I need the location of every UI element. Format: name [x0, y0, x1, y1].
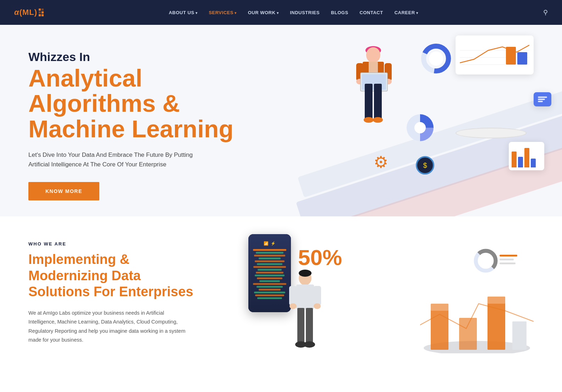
area-chart-svg — [420, 282, 534, 353]
donut-who-section — [473, 248, 498, 275]
bar-chart-mini-card — [509, 142, 544, 170]
coin-icon-float: $ — [416, 156, 434, 175]
nav-link-blogs[interactable]: BLOGS — [331, 10, 348, 15]
svg-point-29 — [480, 255, 491, 266]
svg-point-7 — [429, 51, 443, 66]
nav-link-services[interactable]: SERVICES — [209, 10, 236, 15]
who-title: Implementing & Modernizing Data Solution… — [28, 252, 206, 300]
svg-rect-25 — [538, 99, 545, 100]
svg-rect-4 — [517, 52, 527, 65]
know-more-button[interactable]: KNOW MORE — [28, 182, 99, 200]
nav-item-services[interactable]: SERVICES — [209, 9, 236, 16]
who-description: We at AmIgo Labs optimize your business … — [28, 309, 188, 345]
svg-rect-12 — [356, 63, 363, 81]
nav-item-blogs[interactable]: BLOGS — [331, 9, 348, 16]
svg-point-40 — [304, 341, 315, 348]
donut-svg — [420, 43, 452, 74]
svg-rect-13 — [385, 63, 392, 81]
who-illustration: 📶⚡ — [227, 241, 534, 355]
who-title-line2: Modernizing Data — [28, 268, 141, 283]
nav-link-ourwork[interactable]: OUR WORK — [248, 10, 279, 15]
svg-rect-16 — [360, 73, 387, 91]
donut-chart-hero — [420, 43, 452, 76]
svg-point-5 — [424, 46, 448, 71]
svg-rect-43 — [459, 318, 477, 350]
svg-rect-26 — [538, 101, 543, 102]
who-tag: WHO WE ARE — [28, 241, 206, 247]
svg-rect-32 — [296, 285, 314, 309]
hero-subtitle: Whizzes In — [28, 50, 233, 64]
hero-illustration: ⚙ $ — [296, 25, 562, 216]
chat-bubble — [534, 92, 551, 106]
who-area-chart — [420, 282, 534, 355]
who-section: WHO WE ARE Implementing & Modernizing Da… — [0, 216, 562, 372]
svg-rect-38 — [306, 308, 313, 343]
svg-point-9 — [366, 47, 380, 63]
logo-icon — [39, 9, 44, 16]
bar-4 — [531, 159, 536, 167]
svg-rect-19 — [374, 84, 382, 119]
nav-item-about[interactable]: ABOUT US — [169, 9, 198, 16]
navbar: α (ML) ABOUT US SERVICES OUR WORK INDUST… — [0, 0, 562, 25]
svg-rect-24 — [538, 96, 547, 98]
hero-title: Analytical Algorithms & Machine Learning — [28, 66, 233, 142]
who-title-line3: Solutions For Enterprises — [28, 284, 193, 299]
diagonal-band-3 — [298, 78, 562, 197]
line-chart-svg — [460, 40, 529, 70]
svg-point-8 — [365, 46, 381, 55]
woman-figure — [349, 43, 399, 150]
hero-section: Whizzes In Analytical Algorithms & Machi… — [0, 25, 562, 216]
nav-link-career[interactable]: CAREER — [395, 10, 418, 15]
svg-point-22 — [407, 114, 434, 141]
line-chart-card — [456, 35, 534, 74]
svg-point-20 — [364, 117, 374, 123]
svg-rect-17 — [362, 74, 386, 90]
logo-alpha: α — [14, 8, 20, 17]
hero-title-line2: Algorithms & — [28, 90, 180, 117]
logo[interactable]: α (ML) — [14, 8, 44, 17]
svg-point-23 — [414, 122, 426, 133]
logo-ml: (ML) — [20, 8, 37, 17]
stat-50-label: 50% — [298, 245, 342, 270]
chat-icon — [537, 96, 548, 103]
man-svg — [284, 268, 326, 353]
svg-rect-47 — [487, 297, 505, 304]
woman-svg — [349, 43, 399, 149]
svg-point-21 — [373, 117, 383, 123]
svg-rect-11 — [369, 62, 378, 76]
gear-icon-float: ⚙ — [374, 153, 388, 172]
nav-item-contact[interactable]: CONTACT — [360, 9, 383, 16]
hero-content: Whizzes In Analytical Algorithms & Machi… — [28, 50, 233, 200]
hero-title-line1: Analytical — [28, 65, 142, 92]
bar-1 — [512, 151, 517, 167]
pie-chart-hero — [406, 114, 434, 143]
diagonal-band-1 — [296, 104, 562, 216]
svg-point-31 — [299, 270, 312, 277]
svg-rect-46 — [431, 304, 448, 311]
nav-item-industries[interactable]: INDUSTRIES — [290, 9, 320, 16]
svg-rect-45 — [512, 321, 527, 350]
svg-rect-10 — [363, 62, 384, 85]
who-content: WHO WE ARE Implementing & Modernizing Da… — [28, 241, 206, 344]
svg-point-6 — [424, 46, 448, 71]
search-icon[interactable]: ⚲ — [543, 9, 548, 16]
nav-link-industries[interactable]: INDUSTRIES — [290, 10, 320, 15]
bar-3 — [524, 148, 529, 167]
svg-point-14 — [356, 79, 363, 84]
svg-rect-18 — [365, 84, 373, 119]
svg-point-15 — [385, 79, 392, 84]
donut-who-svg — [473, 248, 498, 273]
hero-title-line3: Machine Learning — [28, 115, 233, 142]
hero-description: Let's Dive Into Your Data And Embrace Th… — [28, 150, 233, 169]
svg-point-35 — [290, 303, 297, 309]
nav-item-career[interactable]: CAREER — [395, 9, 418, 16]
nav-link-contact[interactable]: CONTACT — [360, 10, 383, 15]
svg-rect-37 — [297, 308, 304, 343]
man-figure — [284, 268, 326, 355]
who-title-line1: Implementing & — [28, 252, 130, 267]
nav-link-about[interactable]: ABOUT US — [169, 10, 198, 15]
nav-item-ourwork[interactable]: OUR WORK — [248, 9, 279, 16]
svg-rect-3 — [506, 47, 516, 65]
pie-svg — [406, 114, 434, 142]
svg-rect-34 — [313, 286, 321, 305]
